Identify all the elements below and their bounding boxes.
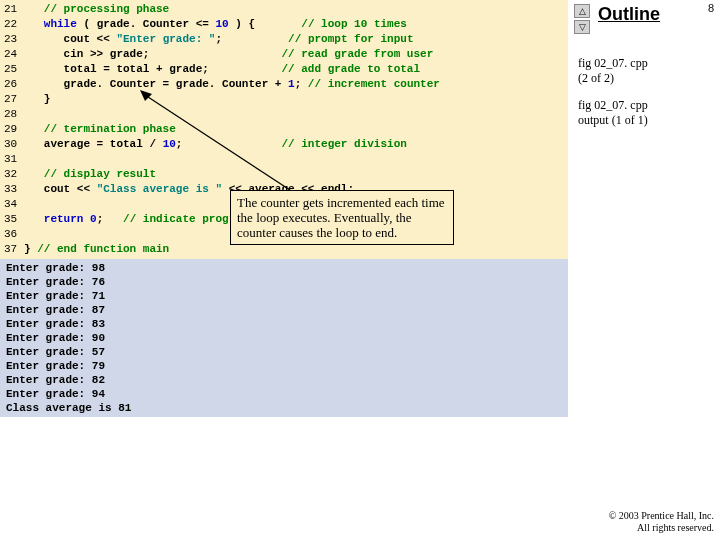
callout-box: The counter gets incremented each time t…: [230, 190, 454, 245]
program-output: Enter grade: 98 Enter grade: 76 Enter gr…: [0, 259, 568, 417]
figure-caption: fig 02_07. cpp output (1 of 1): [578, 98, 648, 128]
nav-up-button[interactable]: △: [574, 4, 590, 18]
line-number: 34: [0, 197, 24, 212]
line-number: 37: [0, 242, 24, 257]
line-number: 32: [0, 167, 24, 182]
line-number: 24: [0, 47, 24, 62]
callout-arrow-icon: [140, 90, 300, 200]
content-area: 21 // processing phase 22 while ( grade.…: [0, 0, 568, 540]
copyright-text: © 2003 Prentice Hall, Inc. All rights re…: [609, 510, 714, 534]
line-number: 23: [0, 32, 24, 47]
line-number: 26: [0, 77, 24, 92]
line-number: 27: [0, 92, 24, 107]
line-number: 29: [0, 122, 24, 137]
line-number: 22: [0, 17, 24, 32]
svg-line-0: [145, 95, 290, 190]
nav-down-button[interactable]: ▽: [574, 20, 590, 34]
line-number: 30: [0, 137, 24, 152]
line-number: 28: [0, 107, 24, 122]
line-number: 36: [0, 227, 24, 242]
line-number: 25: [0, 62, 24, 77]
page-number: 8: [708, 2, 714, 14]
figure-caption: fig 02_07. cpp (2 of 2): [578, 56, 648, 86]
line-number: 33: [0, 182, 24, 197]
line-number: 31: [0, 152, 24, 167]
line-number: 35: [0, 212, 24, 227]
line-number: 21: [0, 2, 24, 17]
sidebar: △ ▽ Outline 8 fig 02_07. cpp (2 of 2) fi…: [568, 0, 720, 540]
svg-marker-1: [140, 90, 152, 101]
outline-title: Outline: [598, 4, 660, 25]
